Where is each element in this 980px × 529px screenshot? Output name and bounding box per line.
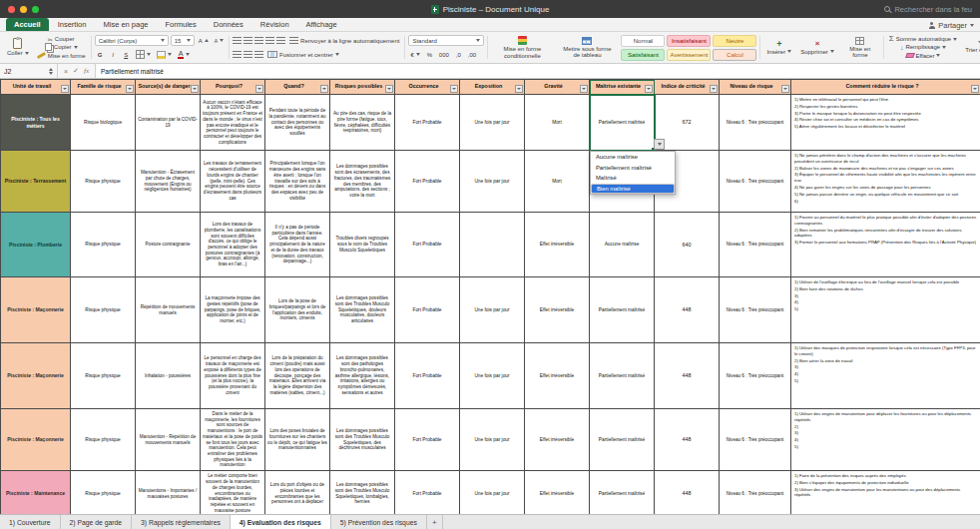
ribbon-tab-accueil[interactable]: Accueil xyxy=(6,18,49,31)
borders-button[interactable] xyxy=(134,49,153,60)
column-header-occurrence[interactable]: Occurrence xyxy=(395,80,460,95)
cell-pourquoi[interactable]: Aucun vaccin n'étant efficace à 100%, le… xyxy=(201,95,265,151)
cell-pourquoi[interactable]: Dans le métier de la maçonnerie, les fou… xyxy=(201,409,265,471)
cell-famille[interactable]: Risque physique xyxy=(71,213,136,277)
titlebar-search[interactable]: Rechercher dans la feu xyxy=(884,5,972,14)
cell-exposition[interactable]: Une fois par jour xyxy=(460,151,525,213)
cell-gravite[interactable]: Mort xyxy=(525,95,590,151)
sheet-tab-1-couverture[interactable]: 1) Couverture xyxy=(0,515,61,529)
filter-button[interactable] xyxy=(61,85,69,93)
cell-source[interactable]: Inhalation - poussières xyxy=(136,343,201,409)
cell-gravite[interactable]: Mort xyxy=(525,151,590,213)
filter-button[interactable] xyxy=(515,85,523,93)
insert-cells-button[interactable]: + Insérer xyxy=(763,34,794,61)
cell-famille[interactable]: Risque physique xyxy=(71,471,136,515)
cell-style-satisfaisant[interactable]: Satisfaisant xyxy=(621,49,665,61)
formula-input[interactable]: Partiellement maîtrisé xyxy=(96,64,980,78)
close-window-button[interactable] xyxy=(8,6,15,13)
format-as-table-button[interactable]: Mettre sous forme de tableau xyxy=(556,34,618,61)
cut-button[interactable]: ✂Couper xyxy=(35,35,88,43)
cell-exposition[interactable]: Une fois par jour xyxy=(460,343,525,409)
align-left-icon[interactable] xyxy=(233,51,242,58)
cancel-entry-icon[interactable]: × xyxy=(64,68,68,75)
cell-pourquoi[interactable]: Le personnel en charge des travaux de ma… xyxy=(201,343,265,409)
column-header-gravite[interactable]: Gravité xyxy=(525,80,590,95)
share-button[interactable]: Partager xyxy=(928,21,974,31)
cell-pourquoi[interactable]: Les travaux de terrassement nécessitent … xyxy=(201,151,265,213)
decrease-font-button[interactable]: A xyxy=(213,35,226,46)
add-sheet-button[interactable]: + xyxy=(427,515,443,529)
cell-gravite[interactable]: Effet irréversible xyxy=(525,277,590,343)
column-header-pourquoi[interactable]: Pourquoi? xyxy=(201,80,265,95)
cell-risques[interactable]: Les dommages possibles sont des écraseme… xyxy=(330,151,395,213)
cell-maitrise[interactable]: Aucune maîtrise xyxy=(590,213,655,277)
cell-comment[interactable]: 1) Faire de la prévention des risques au… xyxy=(791,471,980,515)
filter-button[interactable] xyxy=(710,85,718,93)
cell-unite[interactable]: Pisciniste : Maçonnerie xyxy=(1,277,71,343)
cell-comment[interactable]: 1) Ne jamais pénétrer dans le champ d'ac… xyxy=(791,151,980,213)
filter-button[interactable] xyxy=(645,85,653,93)
cell-risques[interactable]: Au pire des cas, risque de la pire forme… xyxy=(330,95,395,151)
format-painter-button[interactable]: Mise en forme xyxy=(35,52,88,60)
filter-button[interactable] xyxy=(126,85,134,93)
cell-exposition[interactable] xyxy=(460,213,525,277)
ribbon-tab-insertion[interactable]: Insertion xyxy=(50,18,95,31)
cell-maitrise[interactable]: Partiellement maîtrisé xyxy=(590,471,655,515)
cell-risques[interactable]: Les dommages possibles sont des Troubles… xyxy=(330,471,395,515)
cell-maitrise[interactable]: Partiellement maîtrisé xyxy=(590,277,655,343)
cell-source[interactable]: Répétition de mouvements manuels xyxy=(136,277,201,343)
cell-style-normal[interactable]: Normal xyxy=(621,35,665,47)
cell-pourquoi[interactable]: La maçonnerie impose des gestes répétiti… xyxy=(201,277,265,343)
underline-button[interactable]: S xyxy=(121,49,132,60)
filter-button[interactable] xyxy=(191,85,199,93)
data-validation-arrow-button[interactable] xyxy=(654,139,665,150)
fill-color-button[interactable] xyxy=(155,49,174,60)
conditional-formatting-button[interactable]: Mise en forme conditionnelle xyxy=(491,34,553,61)
cell-quand[interactable]: Lors de la pose de briques/parpaings et … xyxy=(265,277,330,343)
cell-quand[interactable]: Lors de la préparation du ciment (poudre… xyxy=(265,343,330,409)
cell-occurrence[interactable]: Fort Probable xyxy=(395,213,460,277)
filter-button[interactable] xyxy=(580,85,588,93)
font-color-button[interactable]: A xyxy=(176,49,193,60)
cell-famille[interactable]: Risque physique xyxy=(71,409,136,471)
cell-risques[interactable]: Les dommages possibles sont des Troubles… xyxy=(330,277,395,343)
fill-button[interactable]: ↓Remplissage xyxy=(887,43,959,51)
cell-source[interactable]: Posture contraignante xyxy=(136,213,201,277)
cell-niveau[interactable]: Niveau 6 : Très préoccupant xyxy=(720,409,791,471)
insert-function-icon[interactable]: fx xyxy=(84,67,89,75)
cell-style-avertissement[interactable]: Avertissement xyxy=(667,49,711,61)
cell-indice[interactable]: 448 xyxy=(655,471,720,515)
ribbon-tab-formules[interactable]: Formules xyxy=(158,18,205,31)
ribbon-tab-affichage[interactable]: Affichage xyxy=(298,18,345,31)
column-header-indice-de-criticite[interactable]: Indice de criticité xyxy=(655,80,720,95)
cell-maitrise[interactable]: Partiellement maîtrisé xyxy=(590,409,655,471)
column-header-risques-possibles[interactable]: Risques possibles xyxy=(330,80,395,95)
cell-quand[interactable]: Lors des poses brutales de fournitures s… xyxy=(265,409,330,471)
wrap-text-button[interactable]: Renvoyer à la ligne automatiquement xyxy=(287,35,401,46)
zoom-window-button[interactable] xyxy=(32,6,39,13)
sheet-tab-2-page-de-garde[interactable]: 2) Page de garde xyxy=(61,515,133,529)
font-size-select[interactable]: 15 xyxy=(171,35,195,46)
indent-decrease-icon[interactable] xyxy=(265,37,274,44)
column-header-source-s-de-danger[interactable]: Source(s) de danger xyxy=(136,80,201,95)
cell-source[interactable]: Manutention - Répétition de mouvements m… xyxy=(136,409,201,471)
paste-button[interactable]: Coller xyxy=(4,34,32,61)
ribbon-tab-mise-en-page[interactable]: Mise en page xyxy=(95,18,156,31)
cell-occurrence[interactable]: Fort Probable xyxy=(395,343,460,409)
cell-occurrence[interactable]: Fort Probable xyxy=(395,471,460,515)
cell-niveau[interactable]: Niveau 6 : Très préoccupant xyxy=(720,343,791,409)
align-bottom-icon[interactable] xyxy=(254,37,263,44)
cell-unite[interactable]: Pisciniste : Maintenance xyxy=(1,471,71,515)
copy-button[interactable]: Copier xyxy=(35,43,88,51)
cell-comment[interactable]: 1) Fournir au personnel du matériel le p… xyxy=(791,213,980,277)
dropdown-option-aucune-maitrise[interactable]: Aucune maîtrise xyxy=(591,152,675,163)
cell-unite[interactable]: Pisciniste : Terrassement xyxy=(1,151,71,213)
cell-occurrence[interactable]: Fort Probable xyxy=(395,95,460,151)
cell-source[interactable]: Contamination par la COVID-19 xyxy=(136,95,201,151)
ribbon-tab-revision[interactable]: Révision xyxy=(252,18,297,31)
align-right-icon[interactable] xyxy=(254,51,263,58)
cell-occurrence[interactable]: Fort Probable xyxy=(395,151,460,213)
cell-unite[interactable]: Pisciniste : Maçonnerie xyxy=(1,343,71,409)
cell-comment[interactable]: 1) Utiliser de l'outillage électrique au… xyxy=(791,277,980,343)
italic-button[interactable]: I xyxy=(108,49,119,60)
